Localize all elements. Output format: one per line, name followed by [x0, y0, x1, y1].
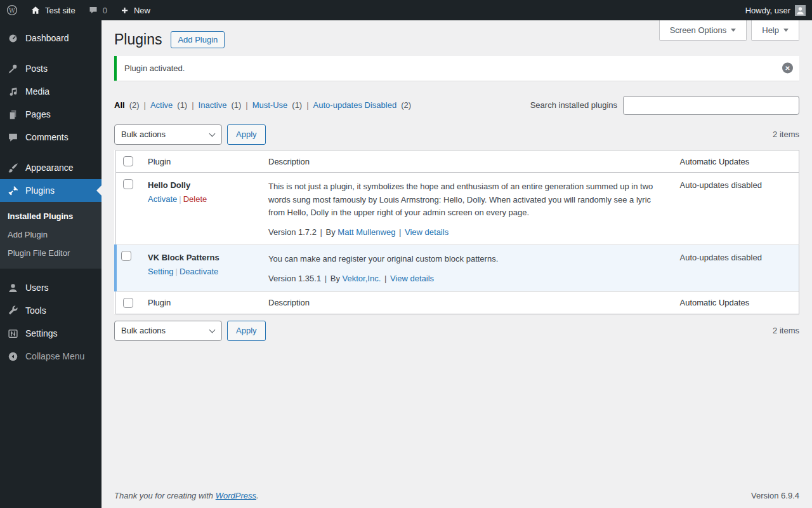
- submenu-item-add-plugin[interactable]: Add Plugin: [0, 225, 102, 244]
- close-icon: ✕: [782, 63, 793, 74]
- thanks-text: Thank you for creating with: [114, 491, 213, 500]
- filter-inactive[interactable]: Inactive: [199, 100, 227, 110]
- site-name-label: Test site: [45, 6, 75, 15]
- filter-auto-updates-disabled[interactable]: Auto-updates Disabled: [313, 100, 397, 110]
- search-input[interactable]: [623, 96, 799, 115]
- by-label: By: [326, 227, 336, 237]
- caret-down-icon: [731, 29, 736, 32]
- sidebar-item-label: Tools: [25, 305, 46, 316]
- view-details-link[interactable]: View details: [390, 274, 434, 283]
- bulk-actions-select-bottom[interactable]: Bulk actions: [114, 321, 222, 341]
- author-link[interactable]: Matt Mullenweg: [337, 227, 395, 237]
- sidebar-item-media[interactable]: Media: [0, 80, 102, 103]
- settings-sliders-icon: [6, 327, 19, 340]
- sidebar-item-tools[interactable]: Tools: [0, 299, 102, 322]
- sidebar-item-label: Posts: [25, 64, 48, 74]
- sidebar-item-posts[interactable]: Posts: [0, 57, 102, 80]
- pages-icon: [6, 108, 19, 121]
- screen-meta-links: Screen Options Help: [659, 20, 799, 41]
- notice-message: Plugin activated.: [124, 64, 774, 73]
- sidebar-item-comments[interactable]: Comments: [0, 126, 102, 149]
- sidebar-item-settings[interactable]: Settings: [0, 322, 102, 345]
- select-all-checkbox[interactable]: [123, 156, 133, 166]
- howdy-label: Howdy, user: [745, 6, 790, 15]
- filter-separator: |: [306, 100, 308, 110]
- sidebar-item-label: Settings: [25, 328, 58, 338]
- sidebar-item-pages[interactable]: Pages: [0, 103, 102, 126]
- help-button[interactable]: Help: [751, 20, 799, 41]
- plugins-submenu: Installed Plugins Add Plugin Plugin File…: [0, 202, 102, 269]
- column-footer-plugin[interactable]: Plugin: [141, 291, 262, 314]
- plugin-version: Version 1.7.2: [268, 227, 317, 237]
- comments-admin-bar-link[interactable]: 0: [82, 0, 114, 20]
- period: .: [256, 491, 259, 500]
- filter-active[interactable]: Active: [150, 100, 173, 110]
- screen-options-label: Screen Options: [670, 25, 727, 35]
- table-row-vk-block-patterns: VK Block Patterns Setting|Deactivate You…: [115, 244, 799, 291]
- bulk-actions-select[interactable]: Bulk actions: [114, 124, 222, 145]
- submenu-item-plugin-file-editor[interactable]: Plugin File Editor: [0, 244, 102, 262]
- view-details-link[interactable]: View details: [405, 227, 449, 237]
- table-row-hello-dolly: Hello Dolly Activate|Delete This is not …: [115, 173, 799, 244]
- dashboard-icon: [6, 32, 19, 44]
- media-icon: [6, 85, 19, 98]
- main-content: Screen Options Help Plugins Add Plugin P…: [102, 20, 812, 508]
- new-label: New: [134, 6, 150, 15]
- deactivate-link[interactable]: Deactivate: [180, 267, 218, 276]
- meta-separator: |: [320, 227, 322, 237]
- screen-options-button[interactable]: Screen Options: [659, 20, 747, 41]
- plugins-table: Plugin Description Automatic Updates Hel…: [114, 150, 799, 314]
- collapse-menu-button[interactable]: Collapse Menu: [0, 345, 102, 368]
- sidebar-item-plugins[interactable]: Plugins: [0, 179, 102, 202]
- success-notice: Plugin activated. ✕: [114, 56, 799, 81]
- activate-link[interactable]: Activate: [148, 194, 177, 204]
- plugin-name: VK Block Patterns: [148, 253, 256, 262]
- menu-separator: [0, 149, 102, 156]
- filter-separator: |: [144, 100, 146, 110]
- sidebar-item-users[interactable]: Users: [0, 276, 102, 299]
- filter-all[interactable]: All: [114, 100, 125, 110]
- action-separator: |: [179, 194, 181, 204]
- action-separator: |: [175, 267, 177, 276]
- plus-icon: [120, 6, 129, 15]
- avatar: [795, 5, 806, 16]
- site-name-link[interactable]: Test site: [24, 0, 82, 20]
- sidebar-item-dashboard[interactable]: Dashboard: [0, 27, 102, 50]
- filter-must-use[interactable]: Must-Use: [252, 100, 288, 110]
- row-checkbox[interactable]: [123, 179, 133, 189]
- plugin-description: You can make and register your original …: [268, 253, 667, 265]
- add-plugin-button[interactable]: Add Plugin: [171, 31, 225, 48]
- comment-icon: [6, 131, 19, 144]
- author-link[interactable]: Vektor,Inc.: [343, 274, 381, 283]
- sidebar-item-label: Dashboard: [25, 33, 69, 43]
- column-header-plugin[interactable]: Plugin: [141, 150, 262, 173]
- help-label: Help: [762, 25, 779, 35]
- new-menu[interactable]: New: [114, 0, 157, 20]
- my-account-menu[interactable]: Howdy, user: [739, 0, 812, 20]
- dismiss-notice-button[interactable]: ✕: [782, 63, 793, 74]
- delete-link[interactable]: Delete: [183, 194, 207, 204]
- footer-thanks: Thank you for creating with WordPress.: [114, 491, 259, 500]
- sidebar-item-appearance[interactable]: Appearance: [0, 156, 102, 179]
- column-footer-auto-updates: Automatic Updates: [674, 291, 799, 314]
- svg-text:W: W: [9, 7, 15, 14]
- row-checkbox[interactable]: [121, 251, 131, 261]
- plugin-description: This is not just a plugin, it symbolizes…: [268, 180, 667, 218]
- paintbrush-icon: [6, 161, 19, 174]
- plugin-name: Hello Dolly: [148, 180, 256, 190]
- filter-separator: |: [192, 100, 193, 110]
- wordpress-logo-menu[interactable]: W: [0, 0, 24, 20]
- apply-button[interactable]: Apply: [227, 124, 266, 145]
- wordpress-link[interactable]: WordPress: [216, 491, 256, 500]
- items-count: 2 items: [773, 130, 799, 139]
- sidebar-item-label: Collapse Menu: [25, 351, 84, 361]
- collapse-arrow-icon: [6, 350, 19, 363]
- items-count: 2 items: [773, 326, 799, 335]
- caret-down-icon: [783, 29, 789, 32]
- setting-link[interactable]: Setting: [148, 267, 173, 276]
- apply-button-bottom[interactable]: Apply: [227, 321, 266, 341]
- submenu-item-installed-plugins[interactable]: Installed Plugins: [0, 207, 102, 225]
- sidebar-item-label: Plugins: [25, 185, 55, 196]
- select-all-checkbox[interactable]: [123, 298, 133, 308]
- admin-sidebar: Dashboard Posts Media Pages: [0, 20, 102, 508]
